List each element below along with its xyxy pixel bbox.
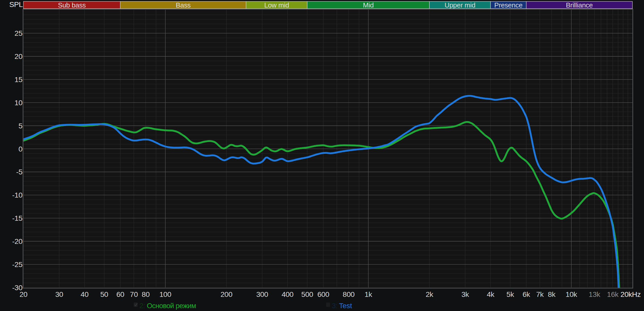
svg-text:25: 25	[14, 29, 22, 37]
svg-text:8k: 8k	[548, 290, 556, 298]
svg-text:400: 400	[282, 290, 293, 298]
svg-text:100: 100	[159, 290, 171, 298]
svg-text:Основой режим: Основой режим	[147, 302, 196, 310]
svg-text:20kHz: 20kHz	[621, 290, 641, 298]
svg-text:30: 30	[55, 290, 63, 298]
svg-text:2:: 2:	[139, 302, 145, 310]
svg-text:3k: 3k	[461, 290, 469, 298]
svg-text:500: 500	[301, 290, 313, 298]
svg-text:800: 800	[343, 290, 354, 298]
svg-text:10: 10	[14, 99, 22, 107]
svg-text:3:: 3:	[332, 302, 337, 310]
svg-text:7k: 7k	[536, 290, 544, 298]
svg-text:0: 0	[19, 145, 22, 153]
svg-text:50: 50	[100, 290, 108, 298]
svg-text:15: 15	[14, 75, 22, 84]
svg-text:-25: -25	[12, 260, 22, 269]
svg-text:600: 600	[317, 290, 329, 298]
svg-text:Sub bass: Sub bass	[58, 1, 86, 9]
svg-text:10k: 10k	[566, 290, 578, 298]
svg-text:20: 20	[14, 52, 22, 60]
svg-text:SPL: SPL	[9, 0, 23, 8]
svg-text:5k: 5k	[506, 290, 514, 298]
svg-text:-20: -20	[12, 237, 22, 245]
svg-text:16k: 16k	[607, 290, 619, 298]
svg-text:60: 60	[116, 290, 124, 298]
svg-text:Bass: Bass	[176, 1, 191, 9]
svg-text:Upper mid: Upper mid	[445, 1, 476, 9]
svg-text:40: 40	[81, 290, 89, 298]
svg-text:Presence: Presence	[494, 1, 523, 9]
svg-text:-5: -5	[16, 168, 22, 176]
svg-text:6k: 6k	[522, 290, 530, 298]
svg-text:300: 300	[256, 290, 268, 298]
svg-text:5: 5	[19, 122, 22, 130]
svg-text:80: 80	[142, 290, 150, 298]
svg-text:4k: 4k	[487, 290, 495, 298]
svg-text:13k: 13k	[589, 290, 600, 298]
svg-text:-10: -10	[12, 191, 22, 199]
svg-text:Low mid: Low mid	[264, 1, 289, 9]
svg-text:70: 70	[130, 290, 138, 298]
svg-text:-15: -15	[12, 214, 22, 222]
svg-text:Test: Test	[339, 302, 352, 310]
svg-text:20: 20	[20, 290, 28, 298]
svg-text:2k: 2k	[426, 290, 433, 298]
svg-text:1k: 1k	[365, 290, 372, 298]
svg-text:200: 200	[221, 290, 232, 298]
svg-text:Brilliance: Brilliance	[566, 1, 593, 9]
svg-text:Mid: Mid	[363, 1, 374, 9]
